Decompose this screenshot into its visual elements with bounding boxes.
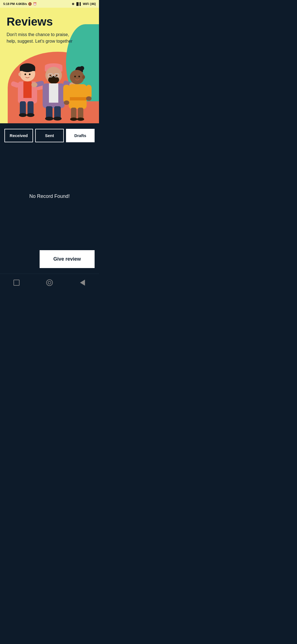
svg-rect-2 [20,68,35,71]
svg-point-23 [56,75,57,76]
svg-point-48 [70,118,77,121]
square-icon [13,280,20,286]
status-network: 4.6KB/s [16,2,27,6]
svg-point-38 [74,76,76,77]
status-left: 5:18 PM 4.6KB/s 🔕 ⏰ [3,2,37,6]
svg-point-37 [82,75,85,79]
bluetooth-icon: ⊛ [72,2,74,6]
status-right: ⊛ ▐▌▌ WiFi [46] [72,2,96,6]
svg-point-43 [64,100,69,105]
svg-point-45 [86,96,92,101]
mute-icon: 🔕 [28,2,32,6]
alarm-icon: ⏰ [33,2,37,6]
nav-square-button[interactable] [12,278,21,288]
svg-point-14 [18,72,21,76]
tab-drafts[interactable]: Drafts [66,129,95,142]
svg-point-36 [70,70,84,84]
signal-icon: ▐▌▌ [75,2,82,6]
nav-home-button[interactable] [45,278,54,288]
svg-rect-47 [78,108,83,119]
svg-point-11 [27,113,34,117]
page-title: Reviews [7,15,92,28]
tab-received[interactable]: Received [4,129,33,142]
svg-point-35 [80,66,84,70]
svg-rect-46 [71,108,76,119]
svg-point-39 [78,76,80,77]
svg-point-49 [77,118,84,121]
status-time: 5:18 PM [3,2,15,6]
svg-point-22 [50,75,51,76]
empty-message: No Record Found! [29,193,70,199]
tabs-container: Received Sent Drafts [0,123,99,147]
svg-point-12 [24,73,26,75]
svg-rect-8 [20,101,26,115]
status-bar: 5:18 PM 4.6KB/s 🔕 ⏰ ⊛ ▐▌▌ WiFi [46] [0,0,99,8]
nav-back-button[interactable] [78,278,87,288]
hero-subtitle: Don't miss the chance to praise, help, s… [7,31,78,45]
tab-sent[interactable]: Sent [35,129,64,142]
svg-point-27 [31,82,37,87]
back-arrow-icon [80,280,85,286]
hero-section: Reviews Don't miss the chance to praise,… [0,8,99,123]
bottom-action-bar: Give review [0,246,99,274]
svg-point-10 [19,113,27,117]
svg-rect-4 [23,81,32,98]
hero-illustration [6,57,94,123]
svg-rect-9 [28,101,34,115]
svg-rect-41 [69,97,87,100]
svg-rect-42 [63,85,70,103]
navigation-bar [0,274,99,293]
circle-icon [46,279,53,286]
svg-point-33 [53,117,62,121]
svg-rect-25 [49,83,58,103]
svg-point-32 [45,117,53,121]
battery-level: [46] [90,2,96,6]
svg-rect-40 [69,84,87,109]
svg-point-13 [29,73,31,75]
give-review-button[interactable]: Give review [40,250,95,268]
content-area: No Record Found! [0,147,99,246]
wifi-icon: WiFi [83,2,89,6]
